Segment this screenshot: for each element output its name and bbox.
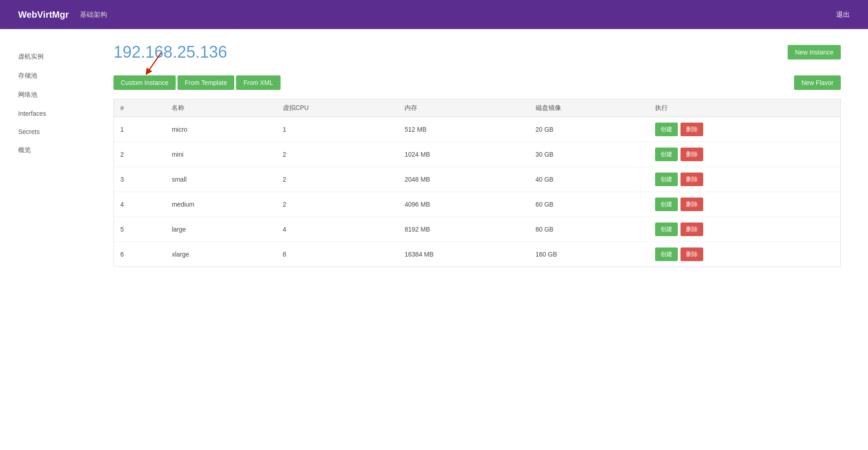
cell-actions: 创建 删除 bbox=[649, 192, 840, 217]
create-button-1[interactable]: 创建 bbox=[655, 123, 678, 136]
cell-vcpu: 2 bbox=[276, 192, 399, 217]
delete-button-5[interactable]: 删除 bbox=[681, 223, 703, 236]
cell-disk: 60 GB bbox=[529, 192, 649, 217]
cell-vcpu: 8 bbox=[276, 242, 399, 267]
table-body: 1 micro 1 512 MB 20 GB 创建 删除 2 mini 2 10… bbox=[114, 117, 841, 267]
cell-vcpu: 2 bbox=[276, 167, 399, 192]
new-instance-button[interactable]: New Instance bbox=[788, 45, 841, 59]
navbar-left: WebVirtMgr 基础架构 bbox=[18, 10, 107, 20]
cell-actions: 创建 删除 bbox=[649, 217, 840, 242]
cell-actions: 创建 删除 bbox=[649, 167, 840, 192]
col-memory: 内存 bbox=[398, 99, 529, 117]
cell-actions: 创建 删除 bbox=[649, 142, 840, 167]
table-header-row: # 名称 虚拟CPU 内存 磁盘镜像 执行 bbox=[114, 99, 841, 117]
flavor-table: # 名称 虚拟CPU 内存 磁盘镜像 执行 1 micro 1 512 MB 2… bbox=[113, 99, 841, 267]
col-num: # bbox=[114, 99, 166, 117]
tab-row: Custom Instance From Template From XML N… bbox=[113, 75, 841, 90]
cell-name: mini bbox=[165, 142, 276, 167]
cell-name: micro bbox=[165, 117, 276, 142]
cell-disk: 20 GB bbox=[529, 117, 649, 142]
create-button-4[interactable]: 创建 bbox=[655, 198, 678, 211]
cell-memory: 16384 MB bbox=[398, 242, 529, 267]
content-area: 192.168.25.136 New Instance bbox=[100, 29, 868, 450]
cell-name: large bbox=[165, 217, 276, 242]
delete-button-3[interactable]: 删除 bbox=[681, 173, 703, 186]
table-row: 2 mini 2 1024 MB 30 GB 创建 删除 bbox=[114, 142, 841, 167]
sidebar-item-vm-instances[interactable]: 虚机实例 bbox=[18, 47, 100, 66]
col-action: 执行 bbox=[649, 99, 840, 117]
delete-button-4[interactable]: 删除 bbox=[681, 198, 703, 211]
delete-button-1[interactable]: 删除 bbox=[681, 123, 703, 136]
page-title: 192.168.25.136 bbox=[113, 43, 227, 62]
cell-name: medium bbox=[165, 192, 276, 217]
cell-name: small bbox=[165, 167, 276, 192]
sidebar-item-overview[interactable]: 概览 bbox=[18, 141, 100, 160]
cell-num: 3 bbox=[114, 167, 166, 192]
cell-vcpu: 1 bbox=[276, 117, 399, 142]
table-row: 4 medium 2 4096 MB 60 GB 创建 删除 bbox=[114, 192, 841, 217]
navbar: WebVirtMgr 基础架构 退出 bbox=[0, 0, 868, 29]
col-name: 名称 bbox=[165, 99, 276, 117]
cell-actions: 创建 删除 bbox=[649, 242, 840, 267]
table-row: 1 micro 1 512 MB 20 GB 创建 删除 bbox=[114, 117, 841, 142]
tab-from-template[interactable]: From Template bbox=[178, 75, 234, 90]
cell-memory: 4096 MB bbox=[398, 192, 529, 217]
tab-from-xml[interactable]: From XML bbox=[236, 75, 280, 90]
cell-actions: 创建 删除 bbox=[649, 117, 840, 142]
content-header: 192.168.25.136 New Instance bbox=[113, 43, 841, 62]
cell-disk: 160 GB bbox=[529, 242, 649, 267]
cell-num: 5 bbox=[114, 217, 166, 242]
cell-disk: 80 GB bbox=[529, 217, 649, 242]
main-layout: 虚机实例 存储池 网络池 Interfaces Secrets 概览 192.1… bbox=[0, 29, 868, 450]
cell-disk: 30 GB bbox=[529, 142, 649, 167]
col-disk: 磁盘镜像 bbox=[529, 99, 649, 117]
navbar-brand: WebVirtMgr bbox=[18, 10, 69, 20]
tab-buttons: Custom Instance From Template From XML bbox=[113, 75, 281, 90]
cell-vcpu: 4 bbox=[276, 217, 399, 242]
cell-memory: 8192 MB bbox=[398, 217, 529, 242]
cell-vcpu: 2 bbox=[276, 142, 399, 167]
arrow-indicator bbox=[134, 50, 170, 79]
delete-button-6[interactable]: 删除 bbox=[681, 247, 703, 261]
new-flavor-button[interactable]: New Flavor bbox=[794, 75, 841, 90]
cell-memory: 512 MB bbox=[398, 117, 529, 142]
table-row: 6 xlarge 8 16384 MB 160 GB 创建 删除 bbox=[114, 242, 841, 267]
create-button-5[interactable]: 创建 bbox=[655, 223, 678, 236]
svg-line-1 bbox=[148, 53, 161, 72]
cell-name: xlarge bbox=[165, 242, 276, 267]
navbar-infra-link[interactable]: 基础架构 bbox=[80, 10, 107, 19]
cell-disk: 40 GB bbox=[529, 167, 649, 192]
cell-num: 4 bbox=[114, 192, 166, 217]
sidebar-item-storage-pool[interactable]: 存储池 bbox=[18, 66, 100, 85]
sidebar: 虚机实例 存储池 网络池 Interfaces Secrets 概览 bbox=[0, 29, 100, 450]
sidebar-item-network-pool[interactable]: 网络池 bbox=[18, 85, 100, 104]
create-button-3[interactable]: 创建 bbox=[655, 173, 678, 186]
table-row: 5 large 4 8192 MB 80 GB 创建 删除 bbox=[114, 217, 841, 242]
delete-button-2[interactable]: 删除 bbox=[681, 148, 703, 161]
sidebar-item-secrets[interactable]: Secrets bbox=[18, 123, 100, 141]
cell-num: 6 bbox=[114, 242, 166, 267]
table-header: # 名称 虚拟CPU 内存 磁盘镜像 执行 bbox=[114, 99, 841, 117]
col-vcpu: 虚拟CPU bbox=[276, 99, 399, 117]
navbar-logout[interactable]: 退出 bbox=[836, 10, 850, 19]
cell-memory: 2048 MB bbox=[398, 167, 529, 192]
cell-num: 1 bbox=[114, 117, 166, 142]
table-row: 3 small 2 2048 MB 40 GB 创建 删除 bbox=[114, 167, 841, 192]
create-button-2[interactable]: 创建 bbox=[655, 148, 678, 161]
create-button-6[interactable]: 创建 bbox=[655, 247, 678, 261]
cell-num: 2 bbox=[114, 142, 166, 167]
cell-memory: 1024 MB bbox=[398, 142, 529, 167]
sidebar-item-interfaces[interactable]: Interfaces bbox=[18, 104, 100, 123]
